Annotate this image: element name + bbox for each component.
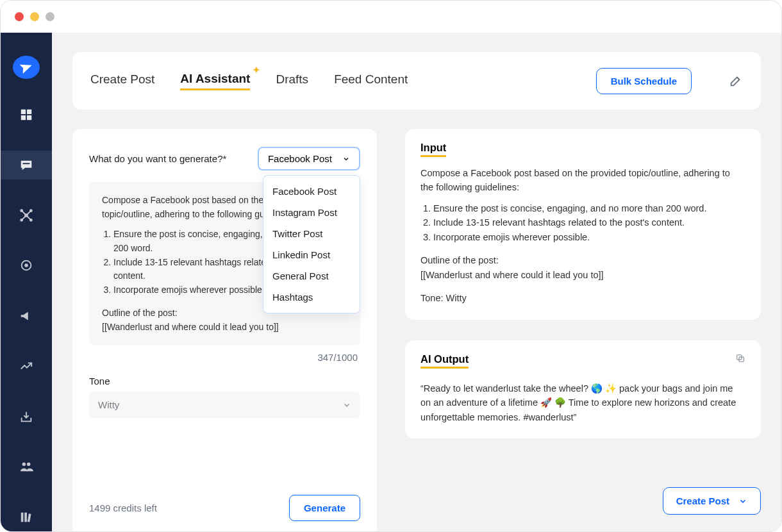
generate-card: What do you want to generate?* Facebook …	[72, 129, 377, 531]
window-maximize-dot[interactable]	[46, 12, 54, 21]
app-body: Create Post AI Assistant ✦ Drafts Feed C…	[1, 33, 781, 531]
chat-icon	[19, 158, 34, 173]
option-facebook-post[interactable]: Facebook Post	[263, 181, 360, 202]
svg-line-12	[22, 215, 26, 220]
nav-dashboard[interactable]	[1, 101, 52, 129]
svg-rect-3	[27, 115, 31, 120]
option-hashtags[interactable]: Hashtags	[263, 287, 360, 308]
generate-question: What do you want to generate?*	[89, 153, 226, 164]
nav-announce[interactable]	[1, 302, 52, 330]
main-content: Create Post AI Assistant ✦ Drafts Feed C…	[52, 33, 781, 531]
input-p1: Compose a Facebook post based on the pro…	[420, 166, 745, 195]
credits-left: 1499 credits left	[89, 503, 157, 513]
target-icon	[19, 258, 34, 273]
tab-create-post[interactable]: Create Post	[90, 72, 154, 89]
post-type-value: Facebook Post	[268, 153, 332, 164]
svg-rect-0	[21, 110, 26, 114]
output-text: “Ready to let wanderlust take the wheel?…	[420, 381, 745, 424]
tab-drafts[interactable]: Drafts	[276, 72, 308, 89]
bulk-schedule-button[interactable]: Bulk Schedule	[596, 68, 692, 94]
post-type-select-button[interactable]: Facebook Post	[258, 147, 360, 170]
svg-rect-4	[23, 163, 30, 164]
svg-line-10	[22, 211, 26, 215]
output-title: AI Output	[420, 353, 469, 369]
nav-people[interactable]	[1, 453, 52, 481]
nav-analytics[interactable]	[1, 352, 52, 380]
option-general-post[interactable]: General Post	[263, 265, 360, 287]
input-card: Input Compose a Facebook post based on t…	[405, 129, 761, 320]
nav-library[interactable]	[1, 503, 52, 531]
window-close-dot[interactable]	[15, 12, 24, 21]
tabs-bar: Create Post AI Assistant ✦ Drafts Feed C…	[72, 52, 761, 110]
char-counter: 347/1000	[89, 352, 360, 363]
generate-button[interactable]: Generate	[289, 495, 360, 521]
svg-point-16	[22, 463, 26, 467]
chart-line-icon	[19, 358, 34, 374]
prompt-outline-value: [[Wanderlust and where could it lead you…	[102, 320, 347, 335]
input-li1: Ensure the post is concise, engaging, an…	[433, 201, 745, 215]
svg-line-11	[26, 211, 31, 215]
input-tone: Tone: Witty	[420, 291, 745, 305]
post-type-dropdown: Facebook Post Instagram Post Twitter Pos…	[263, 175, 360, 313]
input-li3: Incorporate emojis wherever possible.	[433, 230, 745, 244]
app-logo[interactable]	[13, 56, 40, 79]
svg-line-13	[26, 215, 31, 220]
output-card: AI Output “Ready to let wanderlust take …	[405, 340, 761, 438]
tone-value: Witty	[98, 399, 119, 410]
tab-label: AI Assistant	[180, 72, 250, 85]
edit-icon[interactable]	[729, 74, 743, 88]
tab-feed-content[interactable]: Feed Content	[334, 72, 408, 89]
svg-rect-18	[21, 512, 24, 522]
people-icon	[19, 459, 34, 474]
app-window: Create Post AI Assistant ✦ Drafts Feed C…	[0, 0, 782, 532]
window-minimize-dot[interactable]	[30, 12, 39, 21]
input-outline-label: Outline of the post:	[420, 253, 745, 267]
create-post-label: Create Post	[676, 495, 729, 506]
network-icon	[19, 208, 34, 223]
post-type-select: Facebook Post Facebook Post Instagram Po…	[258, 147, 360, 170]
input-outline-value: [[Wanderlust and where could it lead you…	[420, 268, 745, 282]
nav-network[interactable]	[1, 201, 52, 229]
nav-target[interactable]	[1, 251, 52, 279]
download-tray-icon	[19, 409, 34, 424]
copy-icon[interactable]	[735, 353, 745, 363]
chevron-down-icon	[342, 155, 350, 163]
books-icon	[19, 510, 34, 525]
nav-compose[interactable]	[1, 151, 52, 179]
content-columns: What do you want to generate?* Facebook …	[72, 129, 761, 531]
option-twitter-post[interactable]: Twitter Post	[263, 223, 360, 244]
svg-rect-1	[27, 110, 31, 114]
option-linkedin-post[interactable]: Linkedin Post	[263, 244, 360, 265]
right-column: Input Compose a Facebook post based on t…	[405, 129, 761, 438]
svg-rect-20	[28, 513, 31, 522]
sparkle-icon: ✦	[253, 65, 260, 75]
tone-select[interactable]: Witty	[89, 392, 360, 418]
svg-rect-19	[24, 512, 27, 522]
sidebar	[1, 33, 52, 531]
option-instagram-post[interactable]: Instagram Post	[263, 202, 360, 223]
chevron-down-icon	[342, 401, 351, 410]
svg-point-17	[27, 463, 30, 467]
window-titlebar	[1, 1, 781, 33]
svg-rect-2	[21, 115, 26, 120]
create-post-button[interactable]: Create Post	[663, 487, 761, 515]
tone-label: Tone	[89, 376, 360, 387]
tab-ai-assistant[interactable]: AI Assistant ✦	[180, 72, 250, 90]
megaphone-icon	[19, 308, 34, 324]
svg-point-15	[25, 265, 28, 267]
input-li2: Include 13-15 relevant hashtags related …	[433, 215, 745, 229]
grid-icon	[19, 107, 34, 122]
chevron-down-icon	[738, 497, 747, 506]
input-title: Input	[420, 142, 446, 157]
nav-inbox[interactable]	[1, 403, 52, 431]
